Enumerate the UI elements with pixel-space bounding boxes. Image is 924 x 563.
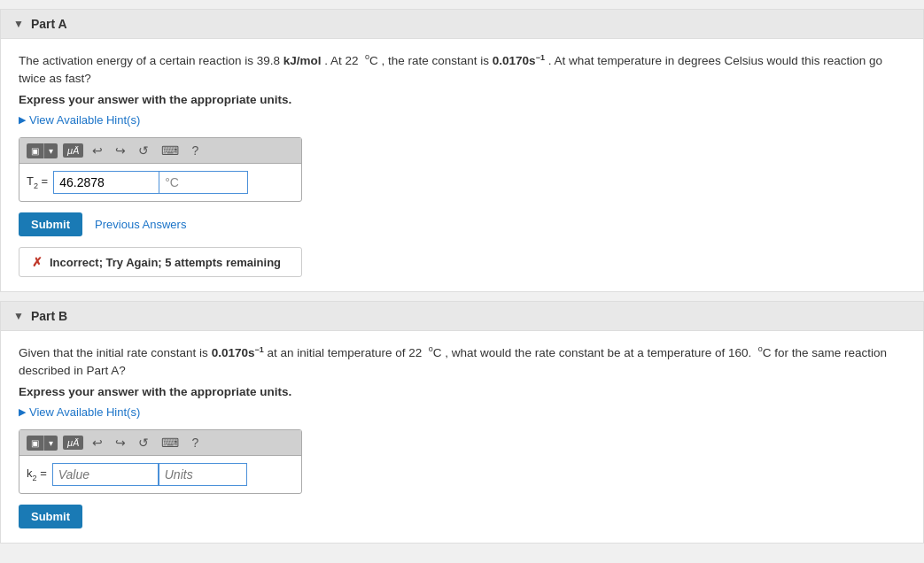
part-b-dropdown-icon[interactable]: ▾ [44,436,58,451]
part-a-help-btn[interactable]: ? [188,142,202,159]
part-a-dropdown-icon[interactable]: ▾ [44,143,58,158]
part-a-redo-btn[interactable]: ↪ [112,142,129,159]
part-a-prev-answers-link[interactable]: Previous Answers [95,218,186,231]
part-b-toolbar: ▣ ▾ μÄ ↩ ↪ ↺ ⌨ ? [19,430,301,456]
part-b-value-input[interactable] [52,463,159,486]
part-a-input-label: T2 = [27,174,48,190]
part-a-mu-btn[interactable]: μÄ [63,143,83,158]
part-b-body: Given that the initial rate constant is … [1,331,923,543]
part-b-submit-row: Submit [19,505,905,528]
part-b-redo-btn[interactable]: ↪ [112,434,129,451]
part-b-question: Given that the initial rate constant is … [19,343,905,380]
part-a-feedback-icon: ✗ [32,255,43,269]
part-b-keyboard-btn[interactable]: ⌨ [158,434,182,451]
part-a-toolbar: ▣ ▾ μÄ ↩ ↪ ↺ ⌨ ? [19,138,301,164]
part-a-submit-btn[interactable]: Submit [19,212,82,236]
part-b-title: Part B [31,309,67,323]
page-wrapper: ▼ Part A The activation energy of a cert… [0,0,924,563]
part-b-help-btn[interactable]: ? [188,434,202,451]
part-a-question: The activation energy of a certain react… [19,51,905,88]
part-a-submit-row: Submit Previous Answers [19,212,905,236]
part-b-units-input[interactable] [159,463,247,486]
part-b-input-box: ▣ ▾ μÄ ↩ ↪ ↺ ⌨ ? k2 = [19,429,302,494]
part-a-keyboard-btn[interactable]: ⌨ [158,142,182,159]
part-b-header: ▼ Part B [1,302,923,331]
part-a-format-split-btn[interactable]: ▣ ▾ [27,143,58,158]
part-a-feedback-text: Incorrect; Try Again; 5 attempts remaini… [50,256,281,269]
part-b-section: ▼ Part B Given that the initial rate con… [0,301,924,544]
part-b-square-icon[interactable]: ▣ [27,436,44,451]
part-b-input-row: k2 = [19,456,301,493]
part-a-body: The activation energy of a certain react… [1,39,923,291]
part-a-express: Express your answer with the appropriate… [19,93,905,106]
part-b-hint-arrow: ▶ [19,406,26,418]
part-a-undo-btn[interactable]: ↩ [89,142,106,159]
part-a-feedback-box: ✗ Incorrect; Try Again; 5 attempts remai… [19,247,302,277]
part-b-mu-btn[interactable]: μÄ [63,436,83,450]
part-b-input-label: k2 = [27,467,47,482]
part-b-collapse-arrow[interactable]: ▼ [13,310,24,322]
part-b-hint-label: View Available Hint(s) [29,405,140,419]
part-b-undo-btn[interactable]: ↩ [89,434,106,451]
part-a-units-input[interactable] [159,171,248,194]
part-b-express: Express your answer with the appropriate… [19,385,905,398]
part-a-hint-arrow: ▶ [19,114,26,126]
part-a-value-input[interactable] [53,171,159,194]
part-a-title: Part A [31,17,67,31]
part-a-collapse-arrow[interactable]: ▼ [13,18,24,30]
part-b-submit-btn[interactable]: Submit [19,505,82,528]
part-a-input-box: ▣ ▾ μÄ ↩ ↪ ↺ ⌨ ? T2 = [19,137,302,202]
part-a-square-icon[interactable]: ▣ [27,143,44,158]
part-a-section: ▼ Part A The activation energy of a cert… [0,9,924,292]
part-b-format-split-btn[interactable]: ▣ ▾ [27,436,58,451]
part-a-input-row: T2 = [19,164,301,201]
part-a-hint-label: View Available Hint(s) [29,113,140,127]
part-b-hint-link[interactable]: ▶ View Available Hint(s) [19,405,905,419]
part-a-hint-link[interactable]: ▶ View Available Hint(s) [19,113,905,127]
part-b-reset-btn[interactable]: ↺ [135,434,152,451]
part-a-header: ▼ Part A [1,10,923,39]
part-a-reset-btn[interactable]: ↺ [135,142,152,159]
